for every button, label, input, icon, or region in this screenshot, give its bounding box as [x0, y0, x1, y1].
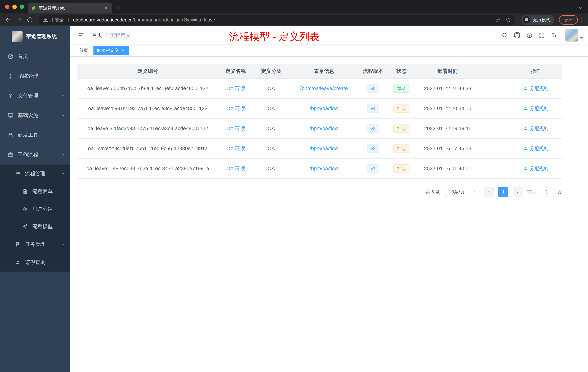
tab-search-chevron-icon[interactable]	[578, 2, 585, 13]
page-content: 定义编号 定义名称 定义分类 表单信息 流程版本 状态 部署时间 操作 oa_l…	[70, 57, 588, 197]
version-badge[interactable]: v2	[367, 144, 379, 153]
forward-button[interactable]	[14, 15, 24, 25]
definition-name-link[interactable]: OA 请假	[226, 166, 245, 171]
version-badge[interactable]: v4	[367, 104, 379, 113]
assign-rule-link[interactable]: 分配规则	[524, 105, 548, 112]
user-avatar[interactable]	[565, 29, 578, 42]
form-link[interactable]: /bpm/oa/flow	[310, 166, 338, 171]
new-tab-button[interactable]	[112, 2, 126, 13]
sidebar-collapse-icon[interactable]	[75, 30, 87, 41]
sidebar-item-label: 研发工具	[18, 131, 57, 139]
page-number-button[interactable]: 1	[498, 187, 508, 197]
window-close-button[interactable]	[5, 5, 10, 9]
cell-category: OA	[253, 106, 289, 111]
bookmark-star-icon[interactable]	[505, 17, 511, 22]
sidebar-item-user-group[interactable]: 用户分组	[0, 200, 70, 218]
user-group-icon	[22, 206, 28, 212]
form-link[interactable]: /bpm/oa/leave/create	[300, 86, 348, 91]
url-path: /bpm/manager/definition?key=oa_leave	[132, 17, 215, 22]
incognito-icon	[523, 16, 530, 23]
assign-rule-link[interactable]: 分配规则	[524, 85, 548, 92]
cell-definition-id: oa_leave:5:004b710b-7b8a-11ec-8ef0-acde4…	[77, 86, 218, 91]
browser-menu-kebab-icon[interactable]	[578, 15, 585, 25]
browser-tab[interactable]: 芋道管理系统	[28, 2, 112, 13]
table-row: oa_leave:5:004b710b-7b8a-11ec-8ef0-acde4…	[77, 79, 562, 99]
sidebar-item-label: 系统管理	[18, 73, 57, 79]
next-page-button[interactable]	[513, 187, 523, 197]
version-badge[interactable]: v3	[367, 124, 379, 133]
assign-rule-link[interactable]: 分配规则	[524, 125, 548, 132]
goto-page-input[interactable]	[540, 187, 554, 197]
back-button[interactable]	[3, 15, 13, 25]
table-row: oa_leave:2:3c1f0ef1-76b1-11ec-9c66-a2380…	[77, 139, 562, 159]
font-size-icon[interactable]	[549, 30, 559, 40]
url-text[interactable]: dashboard.yudao.iocoder.cn/bpm/manager/d…	[73, 17, 215, 23]
user-menu[interactable]	[565, 29, 583, 42]
form-link[interactable]: /bpm/oa/flow	[310, 106, 338, 111]
sidebar-item-system[interactable]: 系统管理	[0, 66, 70, 86]
definition-name-link[interactable]: OA 请假	[226, 86, 245, 91]
window-minimize-button[interactable]	[12, 5, 17, 9]
sidebar-item-devtools[interactable]: 研发工具	[0, 125, 70, 145]
sidebar-item-infrastructure[interactable]: 基础设施	[0, 106, 70, 125]
prev-page-button[interactable]	[484, 187, 494, 197]
header-version: 流程版本	[358, 68, 388, 75]
security-indicator[interactable]: 不安全	[43, 17, 64, 23]
update-label: 更新	[564, 17, 573, 23]
cell-deploy-time: 2022-01-22 20:34:10	[415, 106, 480, 111]
tags-view-bar: 首页 流程定义	[70, 44, 588, 57]
definition-name-link[interactable]: OA 请假	[226, 146, 245, 151]
tag-label: 首页	[79, 47, 88, 53]
cell-deploy-time: 2022-01-22 21:48:38	[415, 86, 480, 91]
sidebar-item-process-model[interactable]: 流程模型	[0, 218, 70, 235]
window-zoom-button[interactable]	[20, 5, 24, 9]
update-button[interactable]: 更新	[559, 15, 578, 25]
definition-name-link[interactable]: OA 请假	[226, 126, 245, 131]
sidebar-item-home[interactable]: 首页	[0, 47, 70, 66]
assign-rule-link[interactable]: 分配规则	[524, 145, 548, 152]
form-link[interactable]: /bpm/oa/flow	[310, 126, 338, 131]
sidebar-item-label: 流程表单	[32, 188, 65, 195]
sidebar-item-leave-query[interactable]: 请假查询	[0, 253, 70, 272]
sidebar-item-label: 首页	[18, 53, 65, 60]
sidebar-item-process-management[interactable]: 流程管理	[0, 164, 70, 183]
form-link[interactable]: /bpm/oa/flow	[310, 146, 338, 151]
header-form-info: 表单信息	[289, 68, 358, 75]
sidebar-item-workflow[interactable]: 工作流程	[0, 145, 70, 164]
search-icon[interactable]	[500, 30, 510, 40]
chevron-up-icon	[61, 172, 65, 176]
sidebar-item-process-form[interactable]: 流程表单	[0, 183, 70, 200]
tab-title: 芋道管理系统	[39, 5, 100, 11]
password-key-icon[interactable]	[495, 17, 501, 22]
sidebar-item-payment[interactable]: ¥ 支付管理	[0, 86, 70, 106]
address-bar[interactable]: 不安全 | dashboard.yudao.iocoder.cn/bpm/man…	[39, 15, 515, 25]
sidebar-item-label: 任务管理	[25, 241, 57, 248]
sidebar: 芋道管理系统 首页 系统管理 ¥ 支付管理	[0, 26, 70, 372]
cell-category: OA	[253, 146, 289, 152]
person-icon	[524, 166, 528, 171]
document-icon	[22, 189, 28, 194]
tag-close-icon[interactable]	[121, 48, 126, 53]
assign-rule-label: 分配规则	[530, 125, 548, 132]
version-badge[interactable]: v1	[367, 164, 379, 173]
assign-rule-label: 分配规则	[530, 85, 548, 92]
github-icon[interactable]	[512, 30, 522, 40]
reload-button[interactable]	[25, 15, 35, 25]
status-badge: 挂起	[393, 144, 410, 153]
header-status: 状态	[388, 68, 415, 75]
sidebar-item-task-management[interactable]: 任务管理	[0, 235, 70, 253]
tag-home[interactable]: 首页	[76, 46, 91, 55]
page-size-select[interactable]: 10条/页	[445, 187, 479, 197]
person-icon	[524, 86, 528, 91]
sidebar-logo[interactable]: 芋道管理系统	[0, 26, 70, 47]
help-icon[interactable]	[524, 30, 535, 40]
tab-close-icon[interactable]	[103, 5, 109, 11]
breadcrumb-home[interactable]: 首页	[92, 32, 102, 39]
version-badge[interactable]: v5	[367, 84, 379, 93]
assign-rule-link[interactable]: 分配规则	[524, 165, 548, 172]
fullscreen-icon[interactable]	[537, 30, 547, 40]
definition-name-link[interactable]: OA 请假	[226, 106, 245, 111]
browser-toolbar: 不安全 | dashboard.yudao.iocoder.cn/bpm/man…	[0, 13, 588, 26]
cell-definition-id: oa_leave:1:482ec033-762a-11ec-8477-a2380…	[77, 166, 218, 171]
tag-process-definition[interactable]: 流程定义	[94, 46, 129, 55]
